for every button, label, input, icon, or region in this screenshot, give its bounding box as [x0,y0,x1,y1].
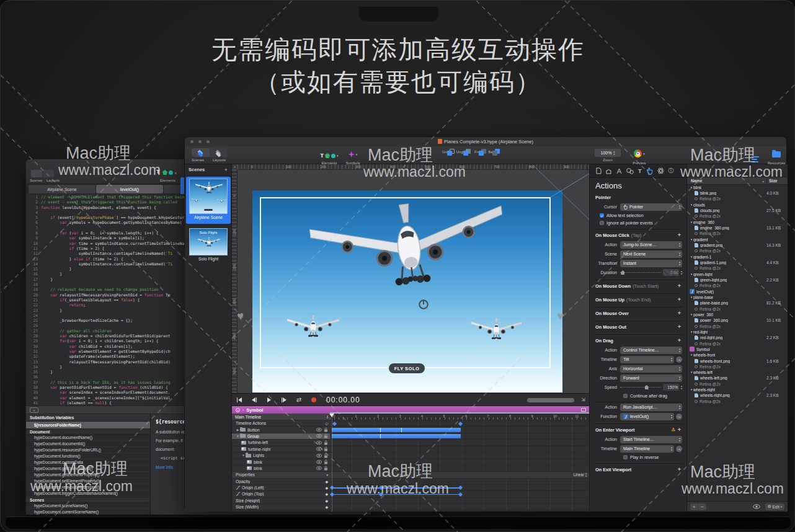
play-button[interactable] [262,397,277,402]
stepper-icon[interactable]: ▴▾ [679,261,680,265]
elements-tool[interactable]: T ▾ Elements [317,149,342,165]
step-forward-button[interactable] [277,397,291,402]
stepper-icon[interactable]: ▴▾ [671,357,672,361]
add-scene-button[interactable]: + [224,167,228,173]
resource-row[interactable]: Retina @2x [687,324,788,329]
resource-row[interactable]: gradient.png14.3 KB [687,242,788,248]
scenes-toolbar-button[interactable] [31,170,42,177]
substitution-item[interactable]: hypeDocument.sceneNames() [26,503,150,509]
expand-timeline-icon[interactable]: ⇲ [581,397,585,402]
substitution-item[interactable]: hypeDocument.relayoutIfNecessary() [26,484,150,490]
back-tool[interactable]: Back [486,149,499,154]
timeline-track[interactable]: Linear▴▾ [330,472,589,478]
front-tool[interactable]: Front [473,149,485,154]
slider-speed[interactable]: 150%▴▾ [620,384,682,391]
add-keyframe-icon[interactable]: ◆ [325,485,328,490]
dropdown-scene[interactable]: Next Scene▴▾ [620,250,682,258]
timeline-layer-name[interactable]: blink [232,459,330,465]
lock-icon[interactable] [324,453,328,458]
zoom-control[interactable]: 100%▴▾ Zoom [595,149,621,162]
dropdown-function[interactable]: ƒlevelOut()▴▾ [620,413,674,420]
shape-tool-icon[interactable] [162,170,167,175]
property-keyframe[interactable] [458,485,463,490]
add-keyframe-icon[interactable]: ◆ [325,492,328,496]
resource-row[interactable]: Retina @2x [687,249,788,254]
dropdown-transition[interactable]: Instant▴▾ [620,260,682,267]
tab-actions-icon[interactable] [646,167,653,175]
visibility-eye-icon[interactable] [316,454,322,458]
timeline-track[interactable] [330,427,589,433]
checkbox-ignore-all-pointer-events[interactable]: Ignore all pointer events [594,219,682,226]
timeline-track[interactable] [330,453,589,459]
dropdown-timeline[interactable]: Tilt▴▾ [620,356,674,363]
timeline-row-turbine-right[interactable]: turbine-right [232,446,589,453]
resources-tool[interactable]: Resources [766,149,786,165]
resource-row[interactable]: wheels-front.png1.6 KB [687,358,788,364]
timeline-row-lights[interactable]: ▼Lights [232,453,589,459]
lock-icon[interactable] [324,440,328,445]
resource-row[interactable]: ▼clouds [687,202,788,208]
keyframe-diamond-icon[interactable]: ◇ [325,421,328,425]
visibility-eye-icon[interactable] [316,460,322,464]
layouts-toolbar-button[interactable] [43,170,54,177]
timeline-layer-name[interactable]: Origin (Top)◆ [232,491,330,497]
resource-row[interactable]: Retina @2x [687,341,788,347]
lock-icon[interactable] [324,466,328,471]
title-bar[interactable]: Planes Complete-v3.hype (Airplane Scene) [185,137,786,146]
jump-to-start-button[interactable] [232,397,247,402]
timeline-layer-name[interactable]: Properties▾ [232,472,330,478]
stepper-icon[interactable]: ▴▾ [679,242,680,247]
tab-document-icon[interactable] [596,167,602,174]
add-action-button[interactable]: + [678,283,682,289]
timeline-layer-name[interactable]: Origin (Left)◆ [232,485,330,491]
timeline-scrollbar[interactable] [527,398,574,402]
timeline-row-size-height-[interactable]: Size (Height)◆ [232,498,589,504]
checkbox[interactable] [623,394,628,398]
symbol-layers-icon[interactable] [581,408,586,412]
scene-cell-airplane[interactable]: Airplane Scene [186,177,231,224]
timeline-track[interactable] [330,466,589,472]
layouts-button[interactable] [210,148,228,157]
dropdown-action[interactable]: Start Timeline…▴▾ [620,436,682,443]
resource-row[interactable]: Retina @2x [687,214,788,219]
edit-resource-button[interactable]: ⚙Edit▾ [765,503,784,510]
lock-icon[interactable] [324,459,328,464]
stepper-icon[interactable]: ▴▾ [681,385,682,389]
tab-text-icon[interactable]: T [638,168,642,174]
disclosure-icon[interactable]: ▼ [236,435,240,438]
resource-row[interactable]: ▼wheels-left [687,370,788,376]
substitution-item[interactable]: hypeDocument.customData [26,459,150,466]
timeline-action-keyframe[interactable] [332,421,337,425]
add-action-button[interactable]: + [678,232,682,238]
stepper-icon[interactable]: ▴▾ [679,205,680,209]
resource-row[interactable]: ▼gradient-1 [687,254,788,260]
resource-row[interactable]: wheels-left.png2.3 KB [687,376,788,381]
elements-dropdown-arrow[interactable]: ▾ [175,171,177,175]
resource-row[interactable]: clouds.png27.5 KB [687,208,788,213]
timeline-row-timeline-actions[interactable]: Timeline Actions◇ [232,420,589,427]
tab-element-icon[interactable] [626,168,634,174]
resource-row[interactable]: gradient-1.png4.4 KB [687,260,788,265]
substitution-item[interactable]: hypeDocument.resourcesFolderURL() [26,447,150,453]
checkbox[interactable]: ✓ [600,213,604,218]
easing-curve-icon[interactable] [236,492,241,496]
stepper-icon[interactable]: ▴▾ [679,252,680,256]
dropdown-action[interactable]: Control Timeline…▴▾ [620,347,682,354]
disclosure-icon[interactable]: ▶ [236,428,240,432]
add-action-button[interactable]: + [678,427,682,433]
timeline-track[interactable] [330,498,589,504]
checkbox-play-in-reverse[interactable]: Play in reverse [594,453,682,461]
substitution-item[interactable]: hypeDocument.documentId() [26,441,150,447]
stepper-icon[interactable]: ▴▾ [671,446,672,451]
timeline-row-origin-top-[interactable]: Origin (Top)◆ [232,491,589,497]
timeline-layer-name[interactable]: blink [232,466,330,472]
dropdown-action[interactable]: Run JavaScript…▴▾ [620,404,682,411]
timeline-row-button[interactable]: ▶Button [232,427,589,433]
stepper-icon[interactable]: ▴▾ [671,414,672,419]
substitution-item[interactable]: hypeDocument.triggerCustomBehaviorNamed(… [26,490,150,497]
jump-to-arrow-button[interactable]: → [676,414,682,420]
substitution-item[interactable]: hypeDocument.currentSceneName() [26,509,150,515]
substitution-item[interactable]: hypeDocument.setElementProperty() [26,478,150,484]
resource-row[interactable]: ▼plane-base [687,295,788,300]
tab-metrics-icon[interactable] [616,168,622,174]
